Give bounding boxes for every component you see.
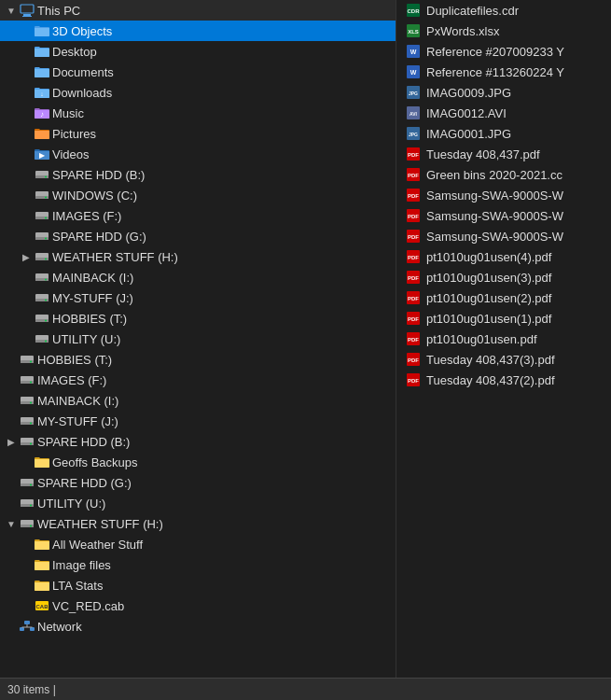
tree-item-weather-h[interactable]: WEATHER STUFF (H:) bbox=[0, 246, 396, 267]
tree-arrow-images-f2[interactable] bbox=[4, 372, 19, 387]
tree-arrow-weather-h2[interactable] bbox=[4, 516, 19, 531]
file-item[interactable]: JPGIMAG0009.JPG bbox=[396, 82, 611, 103]
tree-arrow-windows-c[interactable] bbox=[19, 188, 34, 203]
tree-label-mainback-i2: MAINBACK (I:) bbox=[37, 394, 118, 408]
tree-item-hobbies-t[interactable]: HOBBIES (T:) bbox=[0, 308, 396, 329]
tree-arrow-images-f[interactable] bbox=[19, 208, 34, 223]
file-item[interactable]: PDFSamsung-SWA-9000S-W bbox=[396, 205, 611, 226]
tree-arrow-hobbies-t2[interactable] bbox=[4, 352, 19, 367]
tree-arrow-vc-red[interactable] bbox=[19, 598, 34, 613]
tree-item-weather-h2[interactable]: WEATHER STUFF (H:) bbox=[0, 513, 396, 534]
svg-text:PDF: PDF bbox=[408, 337, 419, 343]
tree-item-mainback-i[interactable]: MAINBACK (I:) bbox=[0, 267, 396, 287]
tree-arrow-videos[interactable] bbox=[19, 147, 34, 161]
tree-arrow-my-stuff-j2[interactable] bbox=[4, 413, 19, 428]
file-tree[interactable]: This PC3D ObjectsDesktopDocuments↓Downlo… bbox=[0, 0, 396, 678]
tree-arrow-network[interactable] bbox=[4, 619, 19, 634]
tree-arrow-spare-hdd-b2[interactable] bbox=[4, 434, 19, 449]
svg-text:XLS: XLS bbox=[408, 29, 419, 35]
tree-arrow-music[interactable] bbox=[19, 105, 34, 120]
file-icon-word: W bbox=[404, 44, 423, 59]
tree-arrow-spare-hdd-g[interactable] bbox=[19, 229, 34, 244]
file-item[interactable]: WReference #207009233 Y bbox=[396, 41, 611, 62]
tree-arrow-desktop[interactable] bbox=[19, 44, 34, 59]
tree-arrow-weather-h[interactable] bbox=[19, 249, 34, 264]
tree-item-this-pc[interactable]: This PC bbox=[0, 0, 396, 21]
tree-arrow-pictures[interactable] bbox=[19, 126, 34, 141]
tree-item-hobbies-t2[interactable]: HOBBIES (T:) bbox=[0, 349, 396, 370]
tree-item-my-stuff-j[interactable]: MY-STUFF (J:) bbox=[0, 287, 396, 308]
file-icon-pdf: PDF bbox=[404, 352, 423, 367]
tree-item-mainback-i2[interactable]: MAINBACK (I:) bbox=[0, 390, 396, 411]
tree-label-utility-u: UTILITY (U:) bbox=[52, 332, 120, 346]
tree-item-images-f[interactable]: IMAGES (F:) bbox=[0, 205, 396, 226]
file-item[interactable]: PDFpt1010ug01usen.pdf bbox=[396, 329, 611, 349]
svg-rect-0 bbox=[21, 5, 34, 13]
tree-item-spare-hdd-g[interactable]: SPARE HDD (G:) bbox=[0, 226, 396, 246]
file-list[interactable]: CDRDuplicatefiles.cdrXLSPxWords.xlsxWRef… bbox=[396, 0, 611, 678]
tree-item-pictures[interactable]: Pictures bbox=[0, 123, 396, 144]
file-item[interactable]: PDFTuesday 408,437(3).pdf bbox=[396, 349, 611, 370]
tree-arrow-documents[interactable] bbox=[19, 64, 34, 79]
file-item[interactable]: PDFpt1010ug01usen(2).pdf bbox=[396, 287, 611, 308]
file-item[interactable]: PDFSamsung-SWA-9000S-W bbox=[396, 185, 611, 205]
tree-item-spare-hdd-g2[interactable]: SPARE HDD (G:) bbox=[0, 472, 396, 493]
file-item[interactable]: PDFTuesday 408,437.pdf bbox=[396, 144, 611, 164]
tree-item-lta-stats[interactable]: LTA Stats bbox=[0, 575, 396, 595]
file-item[interactable]: WReference #113260224 Y bbox=[396, 62, 611, 82]
tree-arrow-spare-hdd-b[interactable] bbox=[19, 167, 34, 182]
tree-arrow-my-stuff-j[interactable] bbox=[19, 290, 34, 305]
tree-label-utility-u2: UTILITY (U:) bbox=[37, 497, 105, 511]
svg-rect-1 bbox=[23, 14, 31, 16]
tree-item-utility-u2[interactable]: UTILITY (U:) bbox=[0, 493, 396, 513]
tree-item-windows-c[interactable]: WINDOWS (C:) bbox=[0, 185, 396, 205]
file-item[interactable]: AVIIMAG0012.AVI bbox=[396, 103, 611, 123]
file-item[interactable]: PDFTuesday 408,437(2).pdf bbox=[396, 370, 611, 390]
tree-item-documents[interactable]: Documents bbox=[0, 62, 396, 82]
svg-text:PDF: PDF bbox=[408, 152, 419, 158]
tree-arrow-3d-objects[interactable] bbox=[19, 23, 34, 38]
tree-item-3d-objects[interactable]: 3D Objects bbox=[0, 21, 396, 41]
tree-item-my-stuff-j2[interactable]: MY-STUFF (J:) bbox=[0, 411, 396, 431]
tree-item-utility-u[interactable]: UTILITY (U:) bbox=[0, 329, 396, 349]
tree-arrow-downloads[interactable] bbox=[19, 85, 34, 100]
tree-arrow-all-weather[interactable] bbox=[19, 537, 34, 552]
tree-item-downloads[interactable]: ↓Downloads bbox=[0, 82, 396, 103]
tree-item-vc-red[interactable]: CABVC_RED.cab bbox=[0, 595, 396, 616]
tree-arrow-this-pc[interactable] bbox=[4, 3, 19, 18]
tree-item-all-weather[interactable]: All Weather Stuff bbox=[0, 534, 396, 554]
file-item[interactable]: PDFpt1010ug01usen(4).pdf bbox=[396, 246, 611, 267]
tree-arrow-hobbies-t[interactable] bbox=[19, 311, 34, 326]
tree-item-geoffs-backups[interactable]: Geoffs Backups bbox=[0, 452, 396, 472]
tree-arrow-image-files[interactable] bbox=[19, 557, 34, 572]
file-item[interactable]: JPGIMAG0001.JPG bbox=[396, 123, 611, 144]
tree-icon-drive bbox=[34, 229, 50, 244]
tree-arrow-lta-stats[interactable] bbox=[19, 578, 34, 593]
file-item[interactable]: PDFGreen bins 2020-2021.cc bbox=[396, 164, 611, 185]
file-item[interactable]: XLSPxWords.xlsx bbox=[396, 21, 611, 41]
file-item[interactable]: PDFpt1010ug01usen(1).pdf bbox=[396, 308, 611, 329]
tree-label-hobbies-t: HOBBIES (T:) bbox=[52, 312, 127, 326]
tree-item-spare-hdd-b2[interactable]: SPARE HDD (B:) bbox=[0, 431, 396, 452]
tree-label-documents: Documents bbox=[52, 65, 114, 79]
svg-point-8 bbox=[45, 176, 47, 178]
tree-item-music[interactable]: ♪Music bbox=[0, 103, 396, 123]
tree-item-images-f2[interactable]: IMAGES (F:) bbox=[0, 370, 396, 390]
tree-item-network[interactable]: Network bbox=[0, 616, 396, 637]
tree-item-spare-hdd-b[interactable]: SPARE HDD (B:) bbox=[0, 164, 396, 185]
tree-item-videos[interactable]: ▶Videos bbox=[0, 144, 396, 164]
tree-arrow-utility-u2[interactable] bbox=[4, 496, 19, 511]
tree-label-image-files: Image files bbox=[52, 558, 111, 572]
tree-label-hobbies-t2: HOBBIES (T:) bbox=[37, 353, 112, 367]
tree-arrow-geoffs-backups[interactable] bbox=[19, 455, 34, 469]
tree-arrow-mainback-i2[interactable] bbox=[4, 393, 19, 408]
tree-item-desktop[interactable]: Desktop bbox=[0, 41, 396, 62]
file-item[interactable]: CDRDuplicatefiles.cdr bbox=[396, 0, 611, 21]
file-item[interactable]: PDFSamsung-SWA-9000S-W bbox=[396, 226, 611, 246]
tree-arrow-mainback-i[interactable] bbox=[19, 270, 34, 285]
tree-icon-pictures bbox=[34, 126, 50, 141]
tree-item-image-files[interactable]: Image files bbox=[0, 554, 396, 575]
file-item[interactable]: PDFpt1010ug01usen(3).pdf bbox=[396, 267, 611, 287]
tree-arrow-spare-hdd-g2[interactable] bbox=[4, 475, 19, 490]
tree-arrow-utility-u[interactable] bbox=[19, 331, 34, 346]
